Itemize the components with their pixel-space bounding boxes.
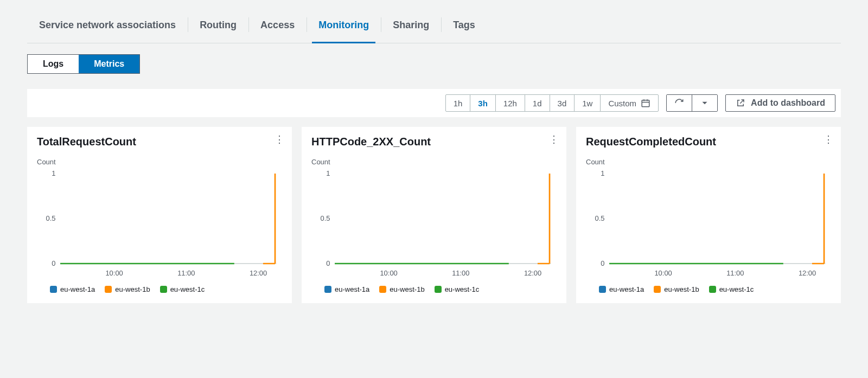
subtab-metrics[interactable]: Metrics (79, 55, 139, 73)
range-1w[interactable]: 1w (574, 95, 600, 111)
chart-title: TotalRequestCount (37, 136, 282, 148)
svg-text:11:00: 11:00 (177, 270, 195, 277)
range-custom-label: Custom (608, 99, 636, 108)
legend-item: eu-west-1c (160, 285, 205, 293)
legend-item: eu-west-1a (50, 285, 95, 293)
card-menu-button[interactable]: ⋮ (549, 134, 559, 144)
refresh-button-group (666, 94, 718, 112)
add-to-dashboard-button[interactable]: Add to dashboard (725, 94, 835, 112)
legend-item: eu-west-1b (654, 285, 699, 293)
chart-y-axis-label: Count (586, 158, 831, 166)
chart-card: ⋮RequestCompletedCountCount00.5110:0011:… (576, 127, 841, 303)
card-menu-button[interactable]: ⋮ (275, 134, 284, 144)
legend-item: eu-west-1c (709, 285, 754, 293)
svg-text:12:00: 12:00 (250, 270, 267, 277)
chart-plot: 00.5110:0011:0012:00 (586, 170, 831, 279)
svg-text:0.5: 0.5 (321, 215, 330, 222)
legend-label: eu-west-1a (609, 285, 644, 293)
svg-text:0: 0 (326, 260, 330, 267)
svg-text:10:00: 10:00 (380, 270, 397, 277)
legend-label: eu-west-1c (445, 285, 480, 293)
chart-legend: eu-west-1aeu-west-1beu-west-1c (37, 285, 282, 293)
chart-y-axis-label: Count (311, 158, 557, 166)
tab-service-network-associations[interactable]: Service network associations (27, 15, 188, 43)
metrics-toolbar: 1h3h12h1d3d1wCustom Add to dashboard (27, 89, 841, 117)
tab-access[interactable]: Access (248, 15, 307, 43)
chart-card: ⋮TotalRequestCountCount00.5110:0011:0012… (27, 127, 292, 303)
legend-swatch (105, 286, 112, 293)
legend-label: eu-west-1b (115, 285, 150, 293)
legend-item: eu-west-1c (435, 285, 480, 293)
chart-legend: eu-west-1aeu-west-1beu-west-1c (586, 285, 831, 293)
main-tabs: Service network associationsRoutingAcces… (27, 0, 841, 43)
legend-swatch (709, 286, 716, 293)
tab-tags[interactable]: Tags (441, 15, 487, 43)
legend-item: eu-west-1b (105, 285, 150, 293)
svg-rect-0 (642, 100, 649, 107)
range-3d[interactable]: 3d (550, 95, 575, 111)
svg-text:0.5: 0.5 (46, 215, 56, 222)
svg-text:10:00: 10:00 (654, 270, 672, 277)
chart-y-axis-label: Count (37, 158, 282, 166)
legend-item: eu-west-1a (599, 285, 644, 293)
svg-text:0: 0 (601, 260, 604, 267)
legend-item: eu-west-1a (324, 285, 369, 293)
svg-text:1: 1 (601, 170, 604, 177)
subtab-logs[interactable]: Logs (28, 55, 79, 73)
legend-label: eu-west-1c (719, 285, 754, 293)
add-to-dashboard-label: Add to dashboard (751, 98, 825, 108)
tab-routing[interactable]: Routing (188, 15, 248, 43)
chart-card: ⋮HTTPCode_2XX_CountCount00.5110:0011:001… (302, 127, 566, 303)
caret-down-icon (700, 98, 710, 108)
legend-swatch (160, 286, 167, 293)
time-range-group: 1h3h12h1d3d1wCustom (445, 94, 659, 112)
legend-swatch (654, 286, 661, 293)
refresh-options-button[interactable] (692, 95, 717, 111)
legend-label: eu-west-1c (170, 285, 205, 293)
legend-swatch (435, 286, 442, 293)
legend-swatch (599, 286, 606, 293)
svg-text:0.5: 0.5 (595, 215, 605, 222)
legend-swatch (324, 286, 331, 293)
refresh-icon (674, 98, 684, 108)
chart-plot: 00.5110:0011:0012:00 (37, 170, 282, 279)
chart-cards: ⋮TotalRequestCountCount00.5110:0011:0012… (27, 127, 841, 303)
refresh-button[interactable] (667, 95, 692, 111)
legend-label: eu-west-1a (60, 285, 95, 293)
svg-text:1: 1 (326, 170, 330, 177)
monitoring-subtabs: LogsMetrics (27, 54, 140, 74)
legend-label: eu-west-1a (335, 285, 369, 293)
legend-label: eu-west-1b (390, 285, 424, 293)
calendar-icon (641, 98, 650, 108)
range-1h[interactable]: 1h (446, 95, 470, 111)
legend-swatch (379, 286, 386, 293)
range-custom[interactable]: Custom (600, 95, 658, 111)
legend-swatch (50, 286, 57, 293)
svg-text:1: 1 (52, 170, 55, 177)
tab-monitoring[interactable]: Monitoring (307, 15, 381, 43)
chart-legend: eu-west-1aeu-west-1beu-west-1c (311, 285, 557, 293)
svg-text:0: 0 (52, 260, 55, 267)
svg-text:12:00: 12:00 (799, 270, 816, 277)
svg-text:11:00: 11:00 (452, 270, 469, 277)
legend-item: eu-west-1b (379, 285, 424, 293)
chart-title: RequestCompletedCount (586, 136, 831, 148)
range-1d[interactable]: 1d (525, 95, 550, 111)
card-menu-button[interactable]: ⋮ (824, 134, 833, 144)
tab-sharing[interactable]: Sharing (381, 15, 441, 43)
range-3h[interactable]: 3h (470, 95, 495, 111)
svg-text:10:00: 10:00 (105, 270, 123, 277)
legend-label: eu-west-1b (664, 285, 699, 293)
range-12h[interactable]: 12h (495, 95, 525, 111)
svg-text:11:00: 11:00 (726, 270, 744, 277)
chart-title: HTTPCode_2XX_Count (311, 136, 557, 148)
svg-text:12:00: 12:00 (524, 270, 541, 277)
external-link-icon (736, 98, 745, 108)
chart-plot: 00.5110:0011:0012:00 (311, 170, 557, 279)
